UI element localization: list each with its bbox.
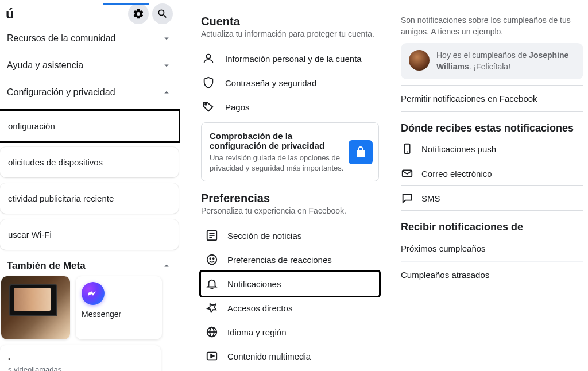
row-pref-reacciones[interactable]: Preferencias de reacciones xyxy=(201,248,379,272)
channel-push[interactable]: Notificaciones push xyxy=(401,137,583,161)
chevron-down-icon xyxy=(161,60,172,71)
promo-text: s videollamadas entes te sentirás má... xyxy=(8,365,153,371)
svg-marker-13 xyxy=(211,354,214,358)
example-prefix: Hoy es el cumpleaños de xyxy=(436,51,529,60)
row-info-personal[interactable]: Información personal y de la cuenta xyxy=(201,47,379,71)
portal-photo xyxy=(1,276,70,339)
notif-description: Son notificaciones sobre los cumpleaños … xyxy=(401,15,583,37)
settings-gear-button[interactable] xyxy=(128,3,149,24)
card-label: olicitudes de dispositivos xyxy=(8,157,103,167)
row-seccion-noticias[interactable]: Sección de noticias xyxy=(201,223,379,248)
birthday-example: Hoy es el cumpleaños de Josephine Willia… xyxy=(401,43,583,79)
portal-card[interactable] xyxy=(1,276,70,339)
globe-icon xyxy=(206,326,218,338)
prefs-sub: Personaliza tu experiencia en Facebook. xyxy=(201,206,379,215)
gear-icon xyxy=(133,8,144,20)
truncated-promo[interactable]: . s videollamadas entes te sentirás má..… xyxy=(0,345,161,371)
bell-icon xyxy=(206,277,218,290)
left-header: ú xyxy=(0,3,179,25)
permit-label: Permitir notificaciones en Facebook xyxy=(401,94,537,103)
menu-label: Configuración y privacidad xyxy=(7,87,115,98)
privacy-title: Comprobación de la configuración de priv… xyxy=(210,131,344,150)
subitem-buscar-wifi[interactable]: uscar Wi-Fi xyxy=(0,219,179,250)
example-suffix: . ¡Felicítala! xyxy=(469,62,510,71)
permit-notifications-row[interactable]: Permitir notificaciones en Facebook xyxy=(401,85,583,112)
channel-label: Correo electrónico xyxy=(421,169,492,179)
promo-dot: . xyxy=(8,352,153,362)
row-idioma-region[interactable]: Idioma y región xyxy=(201,320,379,344)
card-label: uscar Wi-Fi xyxy=(8,230,52,239)
example-text: Hoy es el cumpleaños de Josephine Willia… xyxy=(436,50,575,72)
menu-label: Ayuda y asistencia xyxy=(7,60,83,71)
mail-icon xyxy=(401,167,413,180)
subitem-actividad-publicitaria[interactable]: ctividad publicitaria reciente xyxy=(0,183,179,214)
menu-recursos-comunidad[interactable]: Recursos de la comunidad xyxy=(0,25,179,52)
row-label: Accesos directos xyxy=(227,303,292,313)
row-label: Sección de noticias xyxy=(227,231,301,241)
svg-point-8 xyxy=(213,258,214,259)
config-subitems: onfiguración olicitudes de dispositivos … xyxy=(0,106,179,250)
section-tambien-meta[interactable]: También de Meta xyxy=(0,250,179,276)
row-label: Contraseña y seguridad xyxy=(225,78,316,88)
header-actions xyxy=(128,3,173,24)
pin-icon xyxy=(206,302,218,314)
svg-point-1 xyxy=(205,103,207,105)
row-label: Idioma y región xyxy=(227,327,287,337)
center-panel: Cuenta Actualiza tu información para pro… xyxy=(184,0,390,371)
channel-sms[interactable]: SMS xyxy=(401,186,583,211)
svg-point-7 xyxy=(210,258,211,259)
receive-label: Próximos cumpleaños xyxy=(401,244,486,253)
subitem-solicitudes-dispositivos[interactable]: olicitudes de dispositivos xyxy=(0,147,179,177)
prefs-heading: Preferencias xyxy=(201,192,379,205)
receive-atrasados[interactable]: Cumpleaños atrasados xyxy=(401,262,583,288)
row-pagos[interactable]: Pagos xyxy=(201,95,379,119)
svg-point-6 xyxy=(207,255,217,265)
channel-email[interactable]: Correo electrónico xyxy=(401,161,583,186)
privacy-check-card[interactable]: Comprobación de la configuración de priv… xyxy=(201,122,379,181)
search-button[interactable] xyxy=(152,3,173,24)
lock-icon xyxy=(349,140,373,164)
card-label: ctividad publicitaria reciente xyxy=(8,194,114,203)
row-accesos-directos[interactable]: Accesos directos xyxy=(201,296,379,320)
receive-proximos[interactable]: Próximos cumpleaños xyxy=(401,235,583,262)
row-notificaciones[interactable]: Notificaciones xyxy=(201,272,379,296)
meta-apps-row: Messenger xyxy=(0,276,179,339)
avatar xyxy=(409,50,430,71)
svg-point-0 xyxy=(206,55,210,59)
row-label: Contenido multimedia xyxy=(227,351,311,361)
row-contrasena-seguridad[interactable]: Contraseña y seguridad xyxy=(201,71,379,95)
account-heading: Cuenta xyxy=(201,15,379,28)
subitem-configuracion[interactable]: onfiguración xyxy=(0,111,179,141)
chevron-down-icon xyxy=(161,33,172,44)
row-label: Pagos xyxy=(225,102,250,112)
push-icon xyxy=(401,142,413,155)
messenger-label: Messenger xyxy=(82,310,121,319)
chevron-up-icon xyxy=(161,261,172,271)
menu-label: Recursos de la comunidad xyxy=(7,33,115,44)
row-contenido-multimedia[interactable]: Contenido multimedia xyxy=(201,344,379,368)
channel-label: SMS xyxy=(421,194,440,203)
receive-heading: Recibir notificaciones de xyxy=(401,221,583,233)
menu-ayuda-asistencia[interactable]: Ayuda y asistencia xyxy=(0,52,179,79)
account-sub: Actualiza tu información para proteger t… xyxy=(201,29,379,38)
channel-label: Notificaciones push xyxy=(421,144,496,154)
media-icon xyxy=(206,350,218,362)
page-title: ú xyxy=(6,6,14,22)
section-label: También de Meta xyxy=(7,260,86,272)
card-label: onfiguración xyxy=(8,121,55,131)
privacy-sub: Una revisión guiada de las opciones de p… xyxy=(210,153,344,173)
user-icon xyxy=(201,52,216,65)
menu-configuracion-privacidad[interactable]: Configuración y privacidad xyxy=(0,79,179,106)
messenger-icon xyxy=(82,282,105,305)
receive-label: Cumpleaños atrasados xyxy=(401,270,489,280)
row-tu-tiempo[interactable]: Tu tiempo en Facebook xyxy=(201,368,379,371)
chevron-up-icon xyxy=(161,87,172,98)
feed-icon xyxy=(206,229,218,242)
react-icon xyxy=(206,253,218,266)
search-icon xyxy=(157,8,168,20)
left-panel: ú Recursos de la comunidad Ayuda y asist… xyxy=(0,0,184,371)
where-heading: Dónde recibes estas notificaciones xyxy=(401,122,583,134)
messenger-card[interactable]: Messenger xyxy=(76,276,162,339)
tag-icon xyxy=(201,101,216,113)
shield-icon xyxy=(201,76,216,89)
